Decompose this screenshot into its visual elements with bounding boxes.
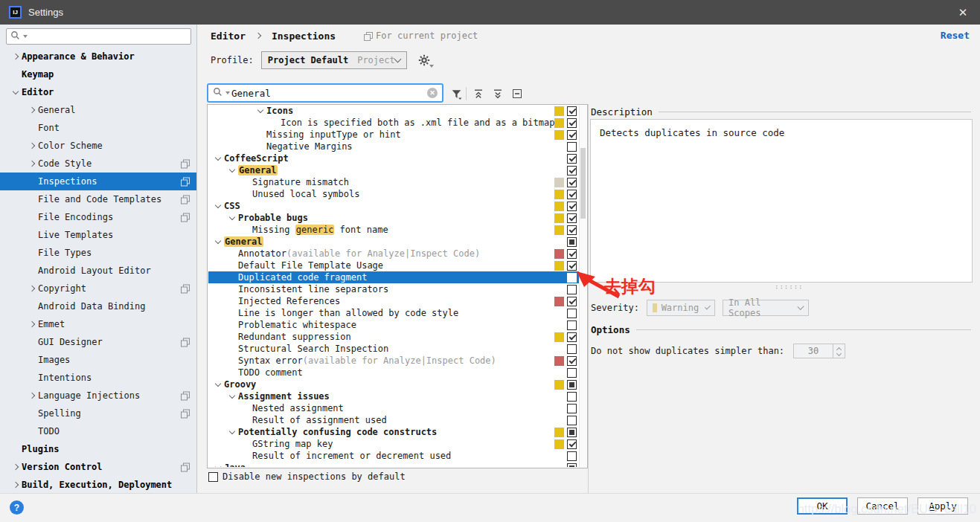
tree-row-missing-inputtype-or-hint[interactable]: Missing inputType or hint — [208, 129, 579, 141]
sidebar-item-version-control[interactable]: Version Control — [0, 458, 196, 476]
scope-dropdown[interactable]: In All Scopes — [723, 300, 809, 316]
tree-row-duplicated-code-fragment[interactable]: Duplicated code fragment — [208, 271, 579, 283]
spinner-buttons[interactable] — [833, 344, 845, 358]
tree-row-checkbox[interactable] — [567, 463, 577, 468]
tree-row-checkbox[interactable] — [567, 404, 577, 413]
tree-row-checkbox[interactable] — [567, 166, 577, 175]
tree-row-checkbox[interactable] — [567, 213, 577, 223]
chevron-down-icon[interactable] — [225, 431, 238, 434]
tree-row-checkbox[interactable] — [567, 380, 577, 390]
tree-row-result-of-increment-or-decrement-used[interactable]: Result of increment or decrement used — [208, 450, 579, 462]
tree-row-injected-references[interactable]: Injected References — [208, 295, 579, 307]
chevron-down-icon[interactable] — [211, 466, 224, 467]
sidebar-item-editor[interactable]: Editor — [0, 83, 196, 101]
chevron-right-icon[interactable] — [25, 286, 38, 291]
sidebar-item-build-execution-deployment[interactable]: Build, Execution, Deployment — [0, 476, 196, 494]
tree-row-gstring-map-key[interactable]: GString map key — [208, 438, 579, 450]
chevron-down-icon[interactable] — [211, 157, 224, 160]
tree-row-signature-mismatch[interactable]: Signature mismatch — [208, 176, 579, 188]
tree-row-checkbox[interactable] — [567, 285, 577, 294]
spinner-down-icon[interactable] — [836, 351, 842, 356]
filter-button[interactable] — [449, 87, 463, 100]
chevron-down-icon[interactable] — [225, 395, 238, 398]
tree-row-checkbox[interactable] — [567, 344, 577, 354]
tree-row-missing-generic-font-name[interactable]: Missing generic font name — [208, 224, 579, 236]
reset-link[interactable]: Reset — [941, 30, 970, 41]
tree-row-checkbox[interactable] — [567, 249, 577, 259]
sidebar-item-plugins[interactable]: Plugins — [0, 440, 196, 458]
tree-row-checkbox[interactable] — [567, 202, 577, 211]
chevron-right-icon[interactable] — [9, 483, 22, 487]
tree-row-checkbox[interactable] — [567, 190, 577, 199]
chevron-down-icon[interactable] — [211, 204, 224, 207]
tree-row-checkbox[interactable] — [567, 106, 577, 116]
tree-row-default-file-template-usage[interactable]: Default File Template Usage — [208, 260, 579, 271]
duplicates-threshold-spinner[interactable]: 30 — [793, 344, 845, 358]
tree-row-css[interactable]: CSS — [208, 200, 579, 212]
cancel-button[interactable]: Cancel — [857, 497, 908, 515]
sidebar-item-file-encodings[interactable]: File Encodings — [0, 208, 196, 226]
tree-row-annotator[interactable]: Annotator (available for Analyze|Inspect… — [208, 248, 579, 260]
chevron-right-icon[interactable] — [25, 393, 38, 398]
tree-row-checkbox[interactable] — [567, 273, 577, 283]
disable-new-inspections-checkbox[interactable] — [208, 472, 218, 482]
tree-row-todo-comment[interactable]: TODO comment — [208, 367, 579, 378]
tree-row-negative-margins[interactable]: Negative Margins — [208, 141, 579, 152]
tree-row-checkbox[interactable] — [567, 178, 577, 187]
close-icon[interactable]: ✕ — [946, 0, 980, 25]
tree-row-groovy[interactable]: Groovy — [208, 378, 579, 390]
sidebar-item-emmet[interactable]: Emmet — [0, 315, 196, 333]
tree-row-checkbox[interactable] — [567, 309, 577, 318]
chevron-down-icon[interactable] — [211, 240, 224, 243]
sidebar-item-keymap[interactable]: Keymap — [0, 65, 196, 83]
tree-row-general[interactable]: General — [208, 164, 579, 176]
inspection-search-field[interactable]: ✕ — [207, 83, 443, 103]
sidebar-item-spelling[interactable]: Spelling — [0, 405, 196, 422]
chevron-down-icon[interactable] — [211, 383, 224, 386]
inspection-search-input[interactable] — [230, 87, 427, 100]
tree-row-probable-bugs[interactable]: Probable bugs — [208, 212, 579, 224]
tree-row-checkbox[interactable] — [567, 416, 577, 425]
chevron-right-icon[interactable] — [25, 108, 38, 112]
tree-row-checkbox[interactable] — [567, 237, 577, 247]
expand-all-button[interactable] — [472, 87, 485, 100]
tree-row-assignment-issues[interactable]: Assignment issues — [208, 390, 579, 402]
tree-row-unused-local-symbols[interactable]: Unused local symbols — [208, 188, 579, 200]
tree-row-inconsistent-line-separators[interactable]: Inconsistent line separators — [208, 283, 579, 295]
sidebar-item-android-data-binding[interactable]: Android Data Binding — [0, 297, 196, 315]
sidebar-item-font[interactable]: Font — [0, 119, 196, 137]
profile-dropdown[interactable]: Project Default Project — [261, 51, 407, 69]
tree-row-checkbox[interactable] — [567, 439, 577, 449]
chevron-down-icon[interactable] — [9, 91, 22, 94]
tree-row-result-of-assignment-used[interactable]: Result of assignment used — [208, 414, 579, 426]
tree-row-checkbox[interactable] — [567, 225, 577, 235]
tree-row-checkbox[interactable] — [567, 142, 577, 152]
chevron-right-icon[interactable] — [25, 322, 38, 326]
tree-row-checkbox[interactable] — [567, 154, 577, 164]
disable-new-inspections-row[interactable]: Disable new inspections by default — [208, 471, 406, 482]
sidebar-item-file-and-code-templates[interactable]: File and Code Templates — [0, 190, 196, 208]
apply-button[interactable]: Apply — [917, 497, 968, 515]
tree-scrollbar[interactable] — [579, 106, 586, 467]
sidebar-item-copyright[interactable]: Copyright — [0, 280, 196, 297]
chevron-down-icon[interactable] — [225, 216, 238, 219]
chevron-right-icon[interactable] — [9, 54, 22, 59]
tree-scrollbar-thumb[interactable] — [580, 148, 586, 219]
tree-row-checkbox[interactable] — [567, 332, 577, 342]
tree-row-icon-is-specified-both-as-xml-file-and-as-a-bitmap[interactable]: Icon is specified both as .xml file and … — [208, 117, 579, 129]
tree-row-checkbox[interactable] — [567, 451, 577, 461]
sidebar-item-images[interactable]: Images — [0, 351, 196, 369]
tree-row-line-is-longer-than-allowed-by-code-style[interactable]: Line is longer than allowed by code styl… — [208, 307, 579, 319]
sidebar-item-language-injections[interactable]: Language Injections — [0, 387, 196, 405]
sidebar-item-color-scheme[interactable]: Color Scheme — [0, 137, 196, 155]
tree-row-checkbox[interactable] — [567, 261, 577, 271]
tree-row-syntax-error[interactable]: Syntax error (available for Analyze|Insp… — [208, 355, 579, 367]
profile-actions-button[interactable] — [417, 54, 431, 67]
sidebar-item-inspections[interactable]: Inspections — [0, 173, 196, 190]
tree-row-structural-search-inspection[interactable]: Structural Search Inspection — [208, 343, 579, 355]
tree-row-checkbox[interactable] — [567, 428, 577, 437]
sidebar-item-android-layout-editor[interactable]: Android Layout Editor — [0, 262, 196, 280]
sidebar-search-field[interactable] — [6, 28, 191, 45]
tree-row-checkbox[interactable] — [567, 297, 577, 306]
chevron-down-icon[interactable] — [254, 109, 266, 112]
